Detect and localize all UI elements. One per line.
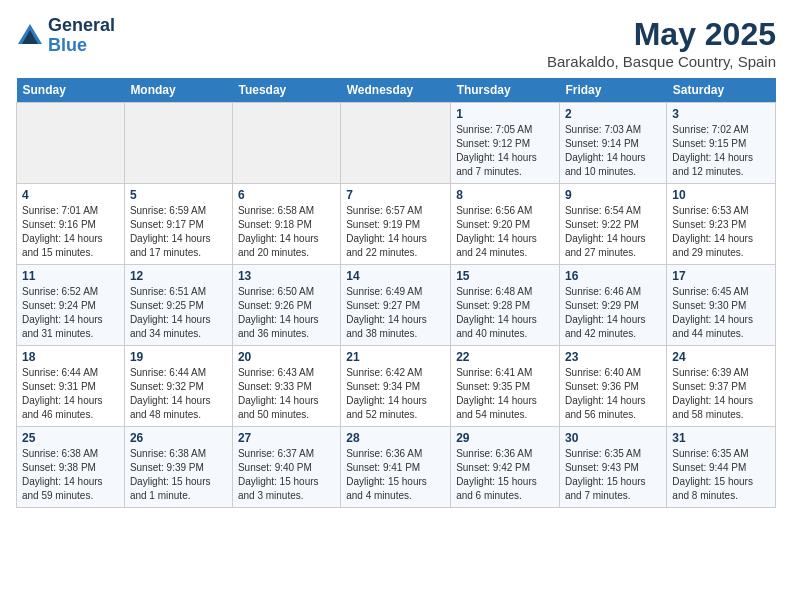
- calendar-cell: 20Sunrise: 6:43 AMSunset: 9:33 PMDayligh…: [232, 346, 340, 427]
- calendar-cell: 27Sunrise: 6:37 AMSunset: 9:40 PMDayligh…: [232, 427, 340, 508]
- day-info: Sunrise: 7:01 AMSunset: 9:16 PMDaylight:…: [22, 204, 119, 260]
- calendar-cell: 8Sunrise: 6:56 AMSunset: 9:20 PMDaylight…: [451, 184, 560, 265]
- day-info: Sunrise: 6:35 AMSunset: 9:44 PMDaylight:…: [672, 447, 770, 503]
- day-info: Sunrise: 6:45 AMSunset: 9:30 PMDaylight:…: [672, 285, 770, 341]
- weekday-row: SundayMondayTuesdayWednesdayThursdayFrid…: [17, 78, 776, 103]
- calendar-cell: 4Sunrise: 7:01 AMSunset: 9:16 PMDaylight…: [17, 184, 125, 265]
- day-number: 3: [672, 107, 770, 121]
- day-number: 16: [565, 269, 661, 283]
- day-info: Sunrise: 6:37 AMSunset: 9:40 PMDaylight:…: [238, 447, 335, 503]
- day-info: Sunrise: 7:03 AMSunset: 9:14 PMDaylight:…: [565, 123, 661, 179]
- calendar-cell: 29Sunrise: 6:36 AMSunset: 9:42 PMDayligh…: [451, 427, 560, 508]
- day-info: Sunrise: 6:52 AMSunset: 9:24 PMDaylight:…: [22, 285, 119, 341]
- day-number: 17: [672, 269, 770, 283]
- calendar-cell: 2Sunrise: 7:03 AMSunset: 9:14 PMDaylight…: [559, 103, 666, 184]
- calendar-cell: 15Sunrise: 6:48 AMSunset: 9:28 PMDayligh…: [451, 265, 560, 346]
- day-number: 21: [346, 350, 445, 364]
- weekday-header: Wednesday: [341, 78, 451, 103]
- day-number: 9: [565, 188, 661, 202]
- calendar-cell: [124, 103, 232, 184]
- day-info: Sunrise: 6:40 AMSunset: 9:36 PMDaylight:…: [565, 366, 661, 422]
- day-info: Sunrise: 6:41 AMSunset: 9:35 PMDaylight:…: [456, 366, 554, 422]
- calendar-cell: 13Sunrise: 6:50 AMSunset: 9:26 PMDayligh…: [232, 265, 340, 346]
- day-number: 8: [456, 188, 554, 202]
- calendar-cell: 16Sunrise: 6:46 AMSunset: 9:29 PMDayligh…: [559, 265, 666, 346]
- day-number: 24: [672, 350, 770, 364]
- calendar-cell: 3Sunrise: 7:02 AMSunset: 9:15 PMDaylight…: [667, 103, 776, 184]
- calendar-cell: [341, 103, 451, 184]
- calendar-cell: 6Sunrise: 6:58 AMSunset: 9:18 PMDaylight…: [232, 184, 340, 265]
- day-info: Sunrise: 6:49 AMSunset: 9:27 PMDaylight:…: [346, 285, 445, 341]
- day-info: Sunrise: 6:46 AMSunset: 9:29 PMDaylight:…: [565, 285, 661, 341]
- calendar-cell: 17Sunrise: 6:45 AMSunset: 9:30 PMDayligh…: [667, 265, 776, 346]
- calendar-body: 1Sunrise: 7:05 AMSunset: 9:12 PMDaylight…: [17, 103, 776, 508]
- day-number: 22: [456, 350, 554, 364]
- day-number: 27: [238, 431, 335, 445]
- day-number: 29: [456, 431, 554, 445]
- calendar-week: 4Sunrise: 7:01 AMSunset: 9:16 PMDaylight…: [17, 184, 776, 265]
- day-number: 14: [346, 269, 445, 283]
- logo: General Blue: [16, 16, 115, 56]
- weekday-header: Saturday: [667, 78, 776, 103]
- calendar-cell: [17, 103, 125, 184]
- day-info: Sunrise: 6:42 AMSunset: 9:34 PMDaylight:…: [346, 366, 445, 422]
- day-number: 30: [565, 431, 661, 445]
- day-info: Sunrise: 6:51 AMSunset: 9:25 PMDaylight:…: [130, 285, 227, 341]
- day-info: Sunrise: 6:35 AMSunset: 9:43 PMDaylight:…: [565, 447, 661, 503]
- calendar-cell: 25Sunrise: 6:38 AMSunset: 9:38 PMDayligh…: [17, 427, 125, 508]
- calendar-table: SundayMondayTuesdayWednesdayThursdayFrid…: [16, 78, 776, 508]
- day-number: 13: [238, 269, 335, 283]
- calendar-cell: 12Sunrise: 6:51 AMSunset: 9:25 PMDayligh…: [124, 265, 232, 346]
- calendar-cell: 11Sunrise: 6:52 AMSunset: 9:24 PMDayligh…: [17, 265, 125, 346]
- day-info: Sunrise: 6:39 AMSunset: 9:37 PMDaylight:…: [672, 366, 770, 422]
- day-number: 15: [456, 269, 554, 283]
- day-number: 25: [22, 431, 119, 445]
- calendar-cell: 26Sunrise: 6:38 AMSunset: 9:39 PMDayligh…: [124, 427, 232, 508]
- day-number: 5: [130, 188, 227, 202]
- day-number: 23: [565, 350, 661, 364]
- logo-blue-text: Blue: [48, 36, 115, 56]
- calendar-cell: 30Sunrise: 6:35 AMSunset: 9:43 PMDayligh…: [559, 427, 666, 508]
- title-block: May 2025 Barakaldo, Basque Country, Spai…: [547, 16, 776, 70]
- day-number: 18: [22, 350, 119, 364]
- calendar-week: 11Sunrise: 6:52 AMSunset: 9:24 PMDayligh…: [17, 265, 776, 346]
- day-info: Sunrise: 6:50 AMSunset: 9:26 PMDaylight:…: [238, 285, 335, 341]
- day-number: 12: [130, 269, 227, 283]
- day-number: 6: [238, 188, 335, 202]
- day-info: Sunrise: 6:38 AMSunset: 9:39 PMDaylight:…: [130, 447, 227, 503]
- weekday-header: Monday: [124, 78, 232, 103]
- weekday-header: Tuesday: [232, 78, 340, 103]
- weekday-header: Thursday: [451, 78, 560, 103]
- day-number: 1: [456, 107, 554, 121]
- day-info: Sunrise: 6:53 AMSunset: 9:23 PMDaylight:…: [672, 204, 770, 260]
- calendar-cell: 18Sunrise: 6:44 AMSunset: 9:31 PMDayligh…: [17, 346, 125, 427]
- day-info: Sunrise: 6:56 AMSunset: 9:20 PMDaylight:…: [456, 204, 554, 260]
- day-info: Sunrise: 6:54 AMSunset: 9:22 PMDaylight:…: [565, 204, 661, 260]
- page-title: May 2025: [547, 16, 776, 53]
- logo-text: General Blue: [48, 16, 115, 56]
- logo-general-text: General: [48, 16, 115, 36]
- calendar-cell: 7Sunrise: 6:57 AMSunset: 9:19 PMDaylight…: [341, 184, 451, 265]
- day-number: 4: [22, 188, 119, 202]
- calendar-week: 1Sunrise: 7:05 AMSunset: 9:12 PMDaylight…: [17, 103, 776, 184]
- day-number: 31: [672, 431, 770, 445]
- day-number: 19: [130, 350, 227, 364]
- logo-icon: [16, 22, 44, 50]
- day-number: 11: [22, 269, 119, 283]
- day-info: Sunrise: 6:57 AMSunset: 9:19 PMDaylight:…: [346, 204, 445, 260]
- day-info: Sunrise: 6:44 AMSunset: 9:32 PMDaylight:…: [130, 366, 227, 422]
- day-info: Sunrise: 6:44 AMSunset: 9:31 PMDaylight:…: [22, 366, 119, 422]
- calendar-cell: 5Sunrise: 6:59 AMSunset: 9:17 PMDaylight…: [124, 184, 232, 265]
- calendar-cell: 23Sunrise: 6:40 AMSunset: 9:36 PMDayligh…: [559, 346, 666, 427]
- day-info: Sunrise: 6:36 AMSunset: 9:41 PMDaylight:…: [346, 447, 445, 503]
- day-info: Sunrise: 6:48 AMSunset: 9:28 PMDaylight:…: [456, 285, 554, 341]
- day-number: 26: [130, 431, 227, 445]
- page-subtitle: Barakaldo, Basque Country, Spain: [547, 53, 776, 70]
- calendar-header: SundayMondayTuesdayWednesdayThursdayFrid…: [17, 78, 776, 103]
- day-info: Sunrise: 6:58 AMSunset: 9:18 PMDaylight:…: [238, 204, 335, 260]
- day-info: Sunrise: 6:59 AMSunset: 9:17 PMDaylight:…: [130, 204, 227, 260]
- calendar-cell: [232, 103, 340, 184]
- calendar-cell: 31Sunrise: 6:35 AMSunset: 9:44 PMDayligh…: [667, 427, 776, 508]
- day-number: 7: [346, 188, 445, 202]
- page-header: General Blue May 2025 Barakaldo, Basque …: [16, 16, 776, 70]
